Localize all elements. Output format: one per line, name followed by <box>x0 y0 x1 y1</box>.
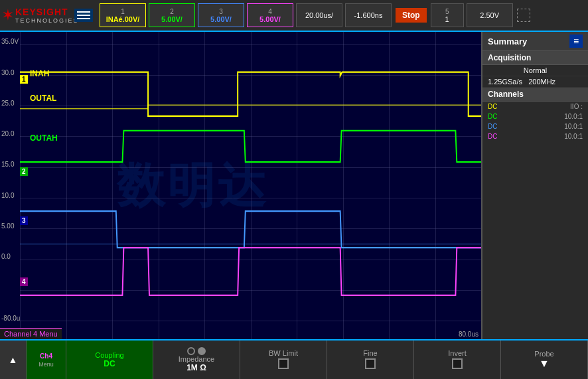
probe-button[interactable]: Probe ▼ <box>501 341 588 379</box>
ch2-value: 5.00V/ <box>161 15 183 23</box>
arrow-up-icon: ▲ <box>9 354 18 365</box>
fine-button[interactable]: Fine <box>327 341 414 379</box>
bw-limit-button[interactable]: BW Limit <box>240 341 327 379</box>
ch5-val: 1 <box>445 15 449 23</box>
coupling-button[interactable]: Coupling DC <box>66 341 153 379</box>
ch2-number: 2 <box>170 8 174 15</box>
panel-menu-button[interactable]: ≡ <box>569 35 583 48</box>
y-label-neg: -80.0u <box>1 315 20 322</box>
right-panel: Summary ≡ Acquisition Normal 1.25GSa/s 2… <box>482 32 588 339</box>
probe-label: Probe <box>534 350 553 358</box>
impedance-radio-2 <box>198 347 206 355</box>
logo-area: ✶ KEYSIGHT TECHNOLOGIES <box>3 7 69 24</box>
waveforms-svg <box>20 32 481 339</box>
panel-ch2-probe: 10.0:1 <box>564 113 583 120</box>
ref-voltage-value: 2.50V <box>480 11 499 19</box>
main-content: 数明达 35.0V 30.0 25.0 20.0 15.0 10.0 5.00 … <box>0 32 588 339</box>
invert-label: Invert <box>448 349 467 357</box>
bw-limit-label: BW Limit <box>269 349 298 357</box>
channel-4-menu-text: Menu <box>38 361 54 368</box>
grid-v <box>481 32 482 339</box>
stop-label: Stop <box>402 11 420 20</box>
scope-screen: 数明达 35.0V 30.0 25.0 20.0 15.0 10.0 5.00 … <box>0 32 482 339</box>
trigger-delay-button[interactable]: -1.600ns <box>345 3 392 27</box>
ref-voltage-button[interactable]: 2.50V <box>467 3 513 27</box>
coupling-value: DC <box>104 359 115 368</box>
panel-title: Summary <box>488 37 527 46</box>
y-label-30: 30.0 <box>1 69 14 76</box>
panel-ch3-probe: 10.0:1 <box>564 123 583 130</box>
invert-button[interactable]: Invert <box>414 341 501 379</box>
y-label-35: 35.0V <box>1 38 19 45</box>
acquisition-section-title: Acquisition <box>482 51 588 65</box>
panel-ch4-row: DC 10.0:1 <box>482 131 588 141</box>
bandwidth-value: 200MHz <box>528 78 555 86</box>
ch1-value: INAé.00V/ <box>106 15 140 23</box>
channel-1-button[interactable]: 1 INAé.00V/ <box>100 3 146 27</box>
panel-ch2-coupling: DC <box>488 113 497 120</box>
impedance-label: Impedance <box>179 355 214 363</box>
sample-rate: 1.25GSa/s 200MHz <box>482 76 588 88</box>
timebase-button[interactable]: 20.00us/ <box>296 3 342 27</box>
panel-ch1-probe: IIO : <box>570 103 583 110</box>
top-bar: ✶ KEYSIGHT TECHNOLOGIES 1 INAé.00V/ 2 5.… <box>0 0 588 32</box>
ch3-number: 3 <box>219 8 223 15</box>
ch5-num: 5 <box>445 8 449 15</box>
panel-spacer <box>482 141 588 339</box>
logo-technologies: TECHNOLOGIES <box>15 17 79 24</box>
stop-button[interactable]: Stop <box>396 8 427 23</box>
panel-ch3-row: DC 10.0:1 <box>482 121 588 131</box>
fine-label: Fine <box>363 349 377 357</box>
bw-limit-checkbox[interactable] <box>278 358 289 369</box>
y-label-25: 25.0 <box>1 100 14 107</box>
y-label-20: 20.0 <box>1 130 14 137</box>
panel-ch2-row: DC 10.0:1 <box>482 112 588 121</box>
panel-ch1-coupling: DC <box>488 103 497 110</box>
channel-5-button[interactable]: 5 1 <box>431 3 464 27</box>
channel-2-button[interactable]: 2 5.00V/ <box>149 3 195 27</box>
ch1-number: 1 <box>121 8 125 15</box>
invert-checkbox[interactable] <box>452 358 463 369</box>
trigger-delay-value: -1.600ns <box>354 11 383 19</box>
logo-keysight: KEYSIGHT <box>15 7 79 17</box>
y-label-0: 0.0 <box>1 253 11 260</box>
ch4-value: 5.00V/ <box>259 15 281 23</box>
sample-rate-value: 1.25GSa/s <box>488 78 522 86</box>
panel-ch4-coupling: DC <box>488 133 497 140</box>
impedance-radio <box>187 347 195 355</box>
panel-ch3-coupling: DC <box>488 123 497 130</box>
coupling-label: Coupling <box>95 351 123 359</box>
probe-icon: ▼ <box>539 358 550 370</box>
settings-box[interactable] <box>517 9 530 22</box>
ch4-menu-bar: Channel 4 Menu <box>0 328 62 339</box>
fine-checkbox[interactable] <box>365 358 376 369</box>
timebase-value: 20.00us/ <box>305 11 333 19</box>
panel-header: Summary ≡ <box>482 32 588 51</box>
arrow-up-button[interactable]: ▲ <box>0 341 27 379</box>
y-label-10: 10.0 <box>1 192 14 199</box>
y-label-15: 15.0 <box>1 161 14 168</box>
channel-4-menu-label: Ch4 <box>40 352 52 360</box>
channel-3-button[interactable]: 3 5.00V/ <box>198 3 244 27</box>
impedance-button[interactable]: Impedance 1M Ω <box>153 341 240 379</box>
channels-section-title: Channels <box>482 88 588 102</box>
ch3-value: 5.00V/ <box>210 15 232 23</box>
panel-ch1-row: DC IIO : <box>482 102 588 112</box>
impedance-value: 1M Ω <box>186 363 206 372</box>
bottom-toolbar: ▲ Ch4 Menu Coupling DC Impedance 1M Ω BW… <box>0 339 588 379</box>
panel-ch4-probe: 10.0:1 <box>564 133 583 140</box>
menu-button[interactable] <box>74 9 93 22</box>
ch4-number: 4 <box>268 8 272 15</box>
y-label-5: 5.00 <box>1 222 14 230</box>
acquisition-mode: Normal <box>482 65 588 76</box>
ch4-menu-bar-text: Channel 4 Menu <box>4 330 58 338</box>
channel-4-button[interactable]: 4 5.00V/ <box>247 3 293 27</box>
